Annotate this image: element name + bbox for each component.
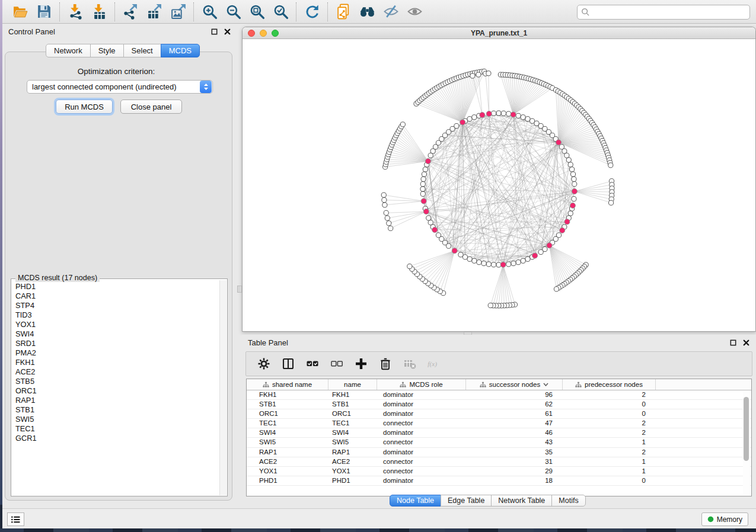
table-scrollbar-thumb[interactable]: [744, 397, 749, 461]
table-tab-network-table[interactable]: Network Table: [491, 495, 552, 507]
search-box[interactable]: [577, 5, 750, 20]
result-list-scrollbar[interactable]: [219, 280, 227, 495]
close-panel-button[interactable]: Close panel: [120, 100, 182, 114]
close-table-panel-icon[interactable]: [742, 338, 750, 347]
tab-mcds[interactable]: MCDS: [161, 44, 200, 57]
save-icon[interactable]: [36, 4, 52, 20]
table-row[interactable]: STB1STB1dominator620: [247, 400, 751, 409]
memory-button[interactable]: Memory: [701, 512, 748, 526]
column-header-name[interactable]: name: [328, 379, 377, 390]
table-row[interactable]: ORC1ORC1dominator610: [247, 409, 751, 419]
table-scrollbar[interactable]: [743, 392, 750, 494]
result-list-item[interactable]: STB1: [15, 405, 218, 415]
result-list-item[interactable]: SRD1: [15, 339, 218, 348]
node-table[interactable]: shared namenameMCDS rolesuccessor nodesp…: [246, 379, 752, 496]
gear-icon[interactable]: [257, 357, 271, 371]
memory-label: Memory: [717, 515, 742, 524]
result-list-item[interactable]: STP4: [15, 301, 218, 310]
table-row[interactable]: ACE2ACE2connector311: [247, 457, 751, 467]
columns-icon[interactable]: [281, 357, 295, 371]
zoom-out-icon[interactable]: [225, 4, 241, 20]
result-list-item[interactable]: TEC1: [15, 424, 218, 434]
import-network-icon[interactable]: [67, 4, 84, 20]
mcds-result-list[interactable]: PHD1CAR1STP4TID3YOX1SWI4SRD1PMA2FKH1ACE2…: [11, 282, 218, 495]
criterion-dropdown[interactable]: largest connected component (undirected): [27, 80, 213, 94]
tab-style[interactable]: Style: [90, 44, 124, 57]
search-input[interactable]: [592, 5, 749, 19]
table-row[interactable]: TEC1TEC1connector472: [247, 419, 751, 428]
table-row[interactable]: SWI5SWI5connector431: [247, 438, 751, 447]
run-mcds-button[interactable]: Run MCDS: [56, 100, 113, 114]
result-list-item[interactable]: ORC1: [15, 386, 218, 396]
column-header-MCDS-role[interactable]: MCDS role: [377, 379, 466, 390]
network-graph[interactable]: [243, 39, 755, 332]
column-header-shared-name[interactable]: shared name: [247, 379, 328, 390]
desktop-wallpaper-bottom: [0, 528, 756, 532]
result-list-item[interactable]: PHD1: [15, 282, 218, 291]
result-list-item[interactable]: GCR1: [15, 434, 218, 443]
table-row[interactable]: SWI4SWI4dominator462: [247, 428, 751, 438]
zoom-in-icon[interactable]: [201, 4, 218, 20]
table-cell: SWI4: [247, 428, 328, 437]
export-image-icon[interactable]: [170, 4, 186, 20]
result-list-item[interactable]: SWI5: [15, 415, 218, 424]
result-list-item[interactable]: FKH1: [15, 358, 218, 367]
select-all-icon[interactable]: [305, 357, 320, 371]
column-header-predecessor-nodes[interactable]: predecessor nodes: [563, 379, 656, 390]
result-list-item[interactable]: CAR1: [15, 291, 218, 301]
column-scope-icon: [400, 382, 406, 388]
result-list-item[interactable]: TID3: [15, 310, 218, 320]
import-table-icon[interactable]: [91, 4, 107, 20]
add-icon[interactable]: [354, 357, 368, 371]
table-tab-node-table[interactable]: Node Table: [390, 495, 441, 507]
export-network-icon[interactable]: [122, 4, 139, 20]
column-label: predecessor nodes: [585, 381, 643, 388]
search-network-icon[interactable]: [359, 4, 375, 20]
vertical-splitter-handle[interactable]: [237, 286, 242, 293]
deselect-all-icon[interactable]: [330, 357, 344, 371]
column-scope-icon: [263, 382, 269, 388]
table-cell: 47: [466, 419, 563, 428]
svg-text:f(x): f(x): [428, 360, 437, 368]
result-list-item[interactable]: RAP1: [15, 396, 218, 405]
tab-network[interactable]: Network: [46, 44, 91, 57]
zoom-fit-icon[interactable]: [248, 4, 265, 20]
task-history-button[interactable]: [7, 512, 24, 526]
result-list-item[interactable]: PMA2: [15, 348, 218, 358]
table-cell: connector: [377, 438, 466, 447]
table-cell: connector: [377, 457, 466, 466]
table-row[interactable]: RAP1RAP1dominator352: [247, 448, 751, 457]
table-tab-motifs[interactable]: Motifs: [551, 495, 585, 507]
table-row[interactable]: PHD1PHD1dominator180: [247, 476, 751, 486]
table-row[interactable]: YOX1YOX1connector291: [247, 467, 751, 476]
close-panel-icon[interactable]: [223, 27, 231, 36]
export-table-icon[interactable]: [146, 4, 162, 20]
refresh-icon[interactable]: [304, 4, 320, 20]
show-eye-icon[interactable]: [406, 4, 423, 20]
share-document-icon[interactable]: [335, 4, 352, 20]
table-tab-edge-table[interactable]: Edge Table: [441, 495, 492, 507]
zoom-selected-icon[interactable]: [272, 4, 289, 20]
result-list-item[interactable]: YOX1: [15, 320, 218, 329]
table-panel-title: Table Panel: [248, 338, 288, 347]
result-list-item[interactable]: SWI4: [15, 329, 218, 339]
open-folder-icon[interactable]: [12, 4, 28, 20]
table-cell: 0: [563, 476, 656, 485]
table-cell: dominator: [377, 400, 466, 409]
result-list-item[interactable]: ACE2: [15, 367, 218, 377]
column-header-successor-nodes[interactable]: successor nodes: [466, 379, 563, 390]
network-canvas[interactable]: [243, 39, 755, 332]
float-table-panel-icon[interactable]: [729, 338, 737, 347]
tab-select[interactable]: Select: [123, 44, 161, 57]
table-type-tabs: Node TableEdge TableNetwork TableMotifs: [390, 495, 586, 507]
hide-eye-icon[interactable]: [382, 4, 399, 20]
delete-icon[interactable]: [378, 357, 393, 371]
network-window-titlebar[interactable]: YPA_prune.txt_1: [243, 27, 755, 39]
table-cell: dominator: [377, 448, 466, 457]
table-row[interactable]: FKH1FKH1dominator962: [247, 390, 751, 400]
result-list-item[interactable]: STB5: [15, 377, 218, 386]
control-panel-tabs: NetworkStyleSelectMCDS: [46, 44, 200, 57]
column-label: MCDS role: [409, 381, 442, 388]
float-panel-icon[interactable]: [210, 27, 218, 36]
table-cell: SWI5: [247, 438, 328, 447]
